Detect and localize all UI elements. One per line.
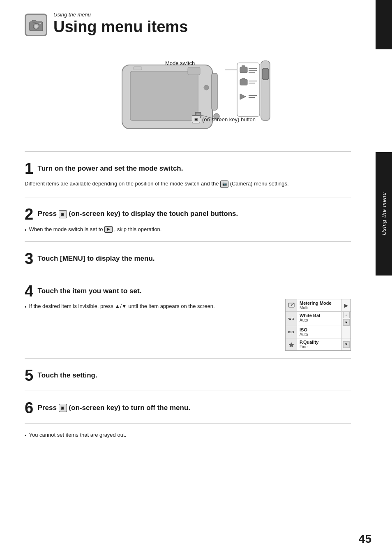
- onscreen-btn-icon-2: ▣: [59, 210, 67, 218]
- svg-marker-34: [289, 343, 294, 347]
- step-4-text: • If the desired item is invisible, pres…: [25, 299, 277, 311]
- menu-icon-quality: [286, 338, 297, 350]
- menu-item-name-metering: Metering Mode: [300, 301, 339, 306]
- menu-icon-metering: [286, 299, 297, 311]
- onscreen-icon: ▣: [192, 115, 200, 123]
- step-4-body: • If the desired item is invisible, pres…: [25, 302, 277, 311]
- step-2-number: 2: [25, 206, 33, 223]
- svg-rect-7: [212, 73, 217, 110]
- step-5-number: 5: [25, 367, 33, 384]
- step-6-heading: Press ▣ (on-screen key) to turn off the …: [38, 404, 190, 412]
- menu-screenshot: Metering Mode Multi ▶ WB White Bal Auto: [285, 299, 351, 351]
- header-text-block: Using the menu Using menu items: [53, 12, 351, 36]
- header-icon: [25, 14, 47, 36]
- menu-text-quality: P.Quality Fine: [297, 338, 341, 350]
- bullet-dot-4: •: [25, 303, 27, 311]
- svg-rect-28: [262, 68, 269, 80]
- play-mode-icon: ▶: [104, 226, 113, 233]
- onscreen-label-text: (on-screen key) button: [202, 116, 256, 123]
- sidebar-text: Using the menu: [381, 192, 387, 235]
- menu-row-iso: ISO ISO Auto: [286, 326, 350, 338]
- step-3-heading: Touch [MENU] to display the menu.: [38, 255, 155, 262]
- divider-6: [25, 423, 351, 424]
- bottom-note-text: You cannot set items that are grayed out…: [29, 432, 127, 439]
- menu-item-value-iso: Auto: [300, 332, 339, 337]
- menu-nav-quality: ▼: [341, 338, 350, 350]
- svg-point-33: [291, 304, 292, 306]
- onscreen-key-label: ▣ (on-screen key) button: [192, 115, 256, 123]
- step-2: 2 Press ▣ (on-screen key) to display the…: [25, 201, 351, 238]
- menu-item-name-iso: ISO: [300, 327, 339, 332]
- menu-item-value-wb: Auto: [300, 318, 339, 322]
- svg-rect-9: [188, 67, 200, 75]
- menu-item-name-wb: White Bal: [300, 313, 339, 318]
- menu-item-name-quality: P.Quality: [300, 340, 339, 345]
- nav-down-arrow-quality[interactable]: ▼: [343, 341, 350, 348]
- step-3-number: 3: [25, 250, 33, 267]
- menu-icon-wb: WB: [286, 312, 297, 326]
- onscreen-btn-icon-6: ▣: [59, 404, 67, 412]
- divider-2: [25, 241, 351, 242]
- menu-row-wb: WB White Bal Auto ▲ ▼: [286, 312, 350, 326]
- header-subtitle: Using the menu: [53, 12, 351, 18]
- step-4-bullet-text: If the desired item is invisible, press …: [29, 302, 215, 310]
- svg-rect-1: [32, 20, 36, 22]
- page-number: 45: [359, 533, 371, 546]
- svg-rect-21: [242, 78, 245, 80]
- svg-rect-6: [130, 71, 198, 120]
- svg-point-11: [204, 85, 209, 90]
- menu-text-metering: Metering Mode Multi: [297, 299, 341, 311]
- menu-text-iso: ISO Auto: [297, 326, 341, 338]
- menu-text-wb: White Bal Auto: [297, 312, 341, 326]
- svg-rect-16: [242, 65, 245, 67]
- bottom-note: • You cannot set items that are grayed o…: [25, 432, 351, 439]
- nav-up-arrow[interactable]: ▲: [343, 312, 350, 318]
- bullet-dot-2: •: [25, 226, 27, 234]
- header-title: Using menu items: [53, 19, 351, 36]
- step-1-text: Different items are available depending …: [25, 180, 351, 188]
- step-1-body: Different items are available depending …: [25, 180, 351, 188]
- bottom-note-bullet: •: [25, 433, 27, 439]
- svg-rect-4: [39, 23, 41, 24]
- camera-header-icon: [28, 17, 44, 33]
- step-5-heading: Touch the setting.: [38, 371, 97, 379]
- menu-item-value-metering: Multi: [300, 306, 339, 310]
- step-4: 4 Touch the item you want to set. • If t…: [25, 278, 351, 355]
- divider-0: [25, 151, 351, 152]
- step-4-heading: Touch the item you want to set.: [38, 287, 142, 295]
- camera-icon-inline: 📷: [220, 181, 228, 188]
- nav-down-arrow[interactable]: ▼: [343, 319, 350, 326]
- svg-rect-15: [240, 67, 247, 73]
- divider-1: [25, 197, 351, 197]
- divider-4: [25, 358, 351, 359]
- step-1: 1 Turn on the power and set the mode swi…: [25, 155, 351, 194]
- mode-switch-label: Mode switch: [165, 60, 195, 66]
- svg-marker-24: [240, 94, 246, 100]
- menu-item-value-quality: Fine: [300, 345, 339, 349]
- svg-point-3: [35, 25, 38, 28]
- menu-nav-wb: ▲ ▼: [341, 312, 350, 326]
- menu-row-metering: Metering Mode Multi ▶: [286, 299, 350, 312]
- sidebar-label: Using the menu: [376, 152, 392, 276]
- divider-5: [25, 391, 351, 391]
- top-decorative-bar: [376, 0, 392, 49]
- step-2-bullet-text: When the mode switch is set to ▶ , skip …: [29, 225, 162, 234]
- menu-nav-iso: [341, 326, 350, 338]
- step-4-bullet: • If the desired item is invisible, pres…: [25, 302, 277, 311]
- step-4-content: • If the desired item is invisible, pres…: [25, 299, 351, 351]
- menu-arrow-metering[interactable]: ▶: [341, 299, 350, 311]
- step-6: 6 Press ▣ (on-screen key) to turn off th…: [25, 394, 351, 420]
- svg-rect-20: [240, 79, 247, 85]
- menu-row-quality: P.Quality Fine ▼: [286, 338, 350, 350]
- step-2-bullet: • When the mode switch is set to ▶ , ski…: [25, 225, 351, 234]
- divider-3: [25, 274, 351, 274]
- step-1-heading: Turn on the power and set the mode switc…: [38, 164, 183, 172]
- menu-icon-iso: ISO: [286, 326, 297, 338]
- step-3: 3 Touch [MENU] to display the menu.: [25, 245, 351, 271]
- svg-rect-10: [134, 67, 142, 70]
- page-header: Using the menu Using menu items: [25, 0, 351, 36]
- step-5: 5 Touch the setting.: [25, 362, 351, 387]
- diagram-section: Mode switch ▣ (on-screen key) button: [25, 44, 351, 139]
- step-4-number: 4: [25, 282, 33, 300]
- step-6-number: 6: [25, 399, 33, 417]
